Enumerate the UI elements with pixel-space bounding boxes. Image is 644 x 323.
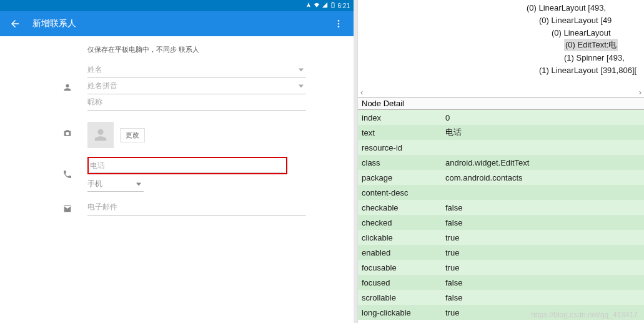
status-time: 6:21 (338, 2, 350, 9)
property-key: scrollable (358, 293, 445, 302)
property-row[interactable]: text电话 (358, 125, 644, 140)
property-row[interactable]: content-desc (358, 185, 644, 200)
tree-node[interactable]: (1) Spinner [493, (564, 51, 644, 64)
property-key: resource-id (358, 143, 445, 152)
property-key: class (358, 158, 445, 167)
tree-node[interactable]: (1) LinearLayout [391,806][ (539, 64, 644, 76)
property-row[interactable]: checkablefalse (358, 200, 644, 215)
property-row[interactable]: resource-id (358, 140, 644, 155)
email-input[interactable]: 电子邮件 (87, 199, 306, 216)
app-bar: 新增联系人 (0, 11, 354, 36)
node-properties-table[interactable]: index0text电话resource-idclassandroid.widg… (358, 110, 644, 323)
ui-hierarchy-tree[interactable]: (0) LinearLayout [493,(0) LinearLayout [… (358, 0, 644, 87)
sync-note: 仅保存在平板电脑中，不同步 联系人 (87, 45, 306, 54)
property-value: true (445, 233, 644, 242)
signal-icon (322, 2, 328, 9)
location-icon (305, 2, 312, 9)
property-value: com.android.contacts (445, 173, 644, 182)
node-detail-header: Node Detail (358, 97, 644, 110)
property-value: 0 (445, 113, 644, 122)
nickname-input[interactable]: 昵称 (87, 94, 306, 111)
highlighted-phone-field: 电话 (87, 157, 287, 174)
property-key: text (358, 128, 445, 137)
property-row[interactable]: clickabletrue (358, 230, 644, 245)
property-value: false (445, 293, 644, 302)
property-row[interactable]: enabledtrue (358, 245, 644, 260)
property-value: true (445, 308, 644, 317)
property-value: false (445, 278, 644, 287)
pinyin-input[interactable]: 姓名拼音 (87, 78, 306, 94)
battery-icon (330, 2, 336, 9)
svg-point-0 (338, 20, 340, 22)
name-input[interactable]: 姓名 (87, 62, 306, 78)
property-key: focused (358, 278, 445, 287)
property-key: package (358, 173, 445, 182)
property-key: clickable (358, 233, 445, 242)
property-value: true (445, 263, 644, 272)
tree-node[interactable]: (0) EditText:电 (564, 39, 618, 51)
property-key: long-clickable (358, 308, 445, 317)
property-row[interactable]: scrollablefalse (358, 290, 644, 305)
property-key: checked (358, 218, 445, 227)
svg-point-2 (338, 26, 340, 27)
wifi-icon (314, 2, 320, 9)
back-button[interactable] (9, 17, 21, 30)
property-row[interactable]: focusedfalse (358, 275, 644, 290)
property-row[interactable]: packagecom.android.contacts (358, 170, 644, 185)
property-value: false (445, 218, 644, 227)
email-icon (62, 204, 72, 216)
page-title: 新增联系人 (32, 18, 76, 29)
property-value: android.widget.EditText (445, 158, 644, 167)
tree-node[interactable]: (0) LinearLayout [49 (539, 14, 644, 26)
change-photo-button[interactable]: 更改 (120, 128, 145, 142)
status-bar: 6:21 (0, 0, 354, 11)
phone-icon (62, 169, 72, 182)
phone-input[interactable]: 电话 (90, 159, 285, 173)
property-key: content-desc (358, 188, 445, 197)
overflow-menu-button[interactable] (332, 17, 345, 30)
camera-icon (62, 128, 72, 141)
avatar[interactable] (87, 122, 114, 148)
contact-form: 仅保存在平板电脑中，不同步 联系人 姓名 姓名拼音 昵称 (0, 36, 354, 323)
property-key: checkable (358, 203, 445, 212)
android-emulator-panel: 6:21 新增联系人 仅保存在平板电脑中，不同步 联系人 姓名 姓名拼音 (0, 0, 354, 323)
property-row[interactable]: checkedfalse (358, 215, 644, 230)
property-value: false (445, 203, 644, 212)
property-key: enabled (358, 248, 445, 257)
property-key: focusable (358, 263, 445, 272)
tree-node[interactable]: (0) LinearLayout [493, (527, 1, 644, 14)
tree-scrollbar[interactable]: ‹› (358, 87, 644, 97)
property-row[interactable]: focusabletrue (358, 260, 644, 275)
person-icon (62, 82, 72, 95)
property-value: 电话 (445, 127, 644, 138)
property-value: true (445, 248, 644, 257)
property-row[interactable]: index0 (358, 110, 644, 125)
property-key: index (358, 113, 445, 122)
property-row[interactable]: classandroid.widget.EditText (358, 155, 644, 170)
inspector-panel: (0) LinearLayout [493,(0) LinearLayout [… (357, 0, 644, 323)
svg-point-1 (338, 23, 340, 25)
property-row[interactable]: long-clickabletrue (358, 305, 644, 320)
tree-node[interactable]: (0) LinearLayout (552, 26, 644, 39)
phone-type-spinner[interactable]: 手机 (87, 177, 144, 192)
